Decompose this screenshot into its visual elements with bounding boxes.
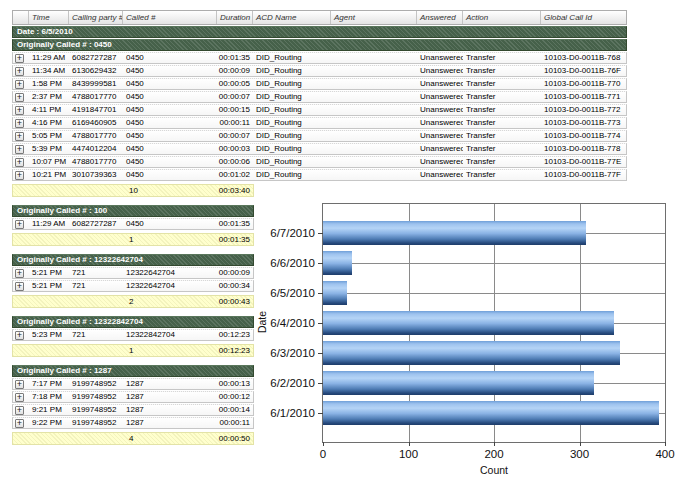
expand-button[interactable]: + <box>15 419 24 428</box>
expand-button[interactable]: + <box>15 119 24 128</box>
cell-time: 11:29 AM <box>29 219 69 229</box>
cell-agent <box>331 118 417 128</box>
table-row: +7:17 PM9199748952128700:00:13 <box>12 378 254 390</box>
table-row: +7:18 PM9199748952128700:00:12 <box>12 391 254 403</box>
expand-button[interactable]: + <box>15 269 24 278</box>
cell-agent <box>331 144 417 154</box>
summary-spacer <box>69 433 123 444</box>
summary-total-duration: 00:12:23 <box>217 345 253 356</box>
cell-called: 1287 <box>123 418 217 428</box>
cell-action: Transfer <box>463 105 541 115</box>
cell-time: 5:39 PM <box>29 144 69 154</box>
y-axis-tick <box>318 233 323 234</box>
cell-action: Transfer <box>463 157 541 167</box>
cell-agent <box>331 53 417 63</box>
y-tick-label: 6/4/2010 <box>270 317 315 329</box>
cell-duration: 00:00:14 <box>217 405 253 415</box>
cell-duration: 00:00:06 <box>217 157 253 167</box>
summary-total-duration: 00:00:43 <box>217 296 253 307</box>
y-tick-label: 6/5/2010 <box>270 287 315 299</box>
x-tick-label: 0 <box>320 448 326 460</box>
cell-action: Transfer <box>463 144 541 154</box>
cell-agent <box>331 131 417 141</box>
column-header: Duration <box>217 11 253 24</box>
x-axis-tick <box>580 442 581 446</box>
expand-button[interactable]: + <box>15 406 24 415</box>
cell-calling-party: 4788017770 <box>69 92 123 102</box>
summary-count: 10 <box>123 185 217 196</box>
cell-called: 1287 <box>123 379 217 389</box>
cell-time: 9:22 PM <box>29 418 69 428</box>
cell-agent <box>331 92 417 102</box>
x-tick-label: 400 <box>655 448 674 460</box>
expand-button[interactable]: + <box>15 132 24 141</box>
y-axis-tick <box>318 263 323 264</box>
summary-spacer <box>69 296 123 307</box>
bar-chart: Date Count 6/7/20106/6/20106/5/20106/4/2… <box>250 196 676 485</box>
table-row: +11:29 AM6082727287045000:01:35DID_Routi… <box>12 52 627 64</box>
cell-global-call-id: 10103-D0-0011B-773 <box>541 118 626 128</box>
cell-action: Transfer <box>463 170 541 180</box>
cell-duration: 00:00:03 <box>217 144 253 154</box>
expand-button[interactable]: + <box>15 54 24 63</box>
cell-duration: 00:00:07 <box>217 131 253 141</box>
cell-called: 0450 <box>123 170 217 180</box>
cell-calling-party: 9199748952 <box>69 379 123 389</box>
cell-called: 12322642704 <box>123 281 217 291</box>
cell-called: 0450 <box>123 131 217 141</box>
cell-duration: 00:00:07 <box>217 92 253 102</box>
cell-calling-party: 3010739363 <box>69 170 123 180</box>
cell-called: 1287 <box>123 392 217 402</box>
chart-bar <box>323 221 586 245</box>
x-axis-tick <box>323 442 324 446</box>
chart-bar <box>323 311 614 335</box>
expand-button[interactable]: + <box>15 106 24 115</box>
column-header-row: TimeCalling party #Called #DurationACD N… <box>12 10 627 25</box>
expand-button[interactable]: + <box>15 331 24 340</box>
cell-global-call-id: 10103-D0-0011B-771 <box>541 92 626 102</box>
expand-button[interactable]: + <box>15 380 24 389</box>
cell-duration: 00:01:35 <box>217 53 253 63</box>
summary-count: 2 <box>123 296 217 307</box>
cell-called: 0450 <box>123 92 217 102</box>
cell-calling-party: 721 <box>69 281 123 291</box>
cell-acd-name: DID_Routing <box>253 92 331 102</box>
expand-button[interactable]: + <box>15 80 24 89</box>
cell-answered: Unanswered <box>417 92 463 102</box>
cell-answered: Unanswered <box>417 157 463 167</box>
cell-agent <box>331 79 417 89</box>
summary-total-duration: 00:01:35 <box>217 234 253 245</box>
x-axis-tick <box>409 442 410 446</box>
expand-button[interactable]: + <box>15 220 24 229</box>
expand-button[interactable]: + <box>15 93 24 102</box>
y-axis-title: Date <box>256 302 268 342</box>
cell-answered: Unanswered <box>417 79 463 89</box>
expand-button[interactable]: + <box>15 145 24 154</box>
cell-calling-party: 9199748952 <box>69 392 123 402</box>
x-axis-title: Count <box>480 464 508 476</box>
group-summary-row: 100:01:35 <box>12 233 254 246</box>
summary-spacer <box>69 185 123 196</box>
summary-count: 1 <box>123 345 217 356</box>
summary-spacer <box>13 296 29 307</box>
cell-called: 1287 <box>123 405 217 415</box>
cell-called: 0450 <box>123 105 217 115</box>
group-header: Originally Called # : 0450 <box>12 39 627 51</box>
cell-action: Transfer <box>463 79 541 89</box>
table-row: +9:21 PM9199748952128700:00:14 <box>12 404 254 416</box>
column-header: Global Call Id <box>541 11 626 24</box>
cell-action: Transfer <box>463 131 541 141</box>
expand-button[interactable]: + <box>15 171 24 180</box>
y-tick-label: 6/1/2010 <box>270 407 315 419</box>
group-summary-row: 1000:03:40 <box>12 184 254 197</box>
expand-button[interactable]: + <box>15 393 24 402</box>
summary-spacer <box>13 345 29 356</box>
table-row: +4:11 PM4191847701045000:00:15DID_Routin… <box>12 104 627 116</box>
expand-button[interactable]: + <box>15 67 24 76</box>
expand-button[interactable]: + <box>15 282 24 291</box>
cell-acd-name: DID_Routing <box>253 118 331 128</box>
cell-acd-name: DID_Routing <box>253 144 331 154</box>
cell-action: Transfer <box>463 53 541 63</box>
cell-called: 0450 <box>123 157 217 167</box>
expand-button[interactable]: + <box>15 158 24 167</box>
